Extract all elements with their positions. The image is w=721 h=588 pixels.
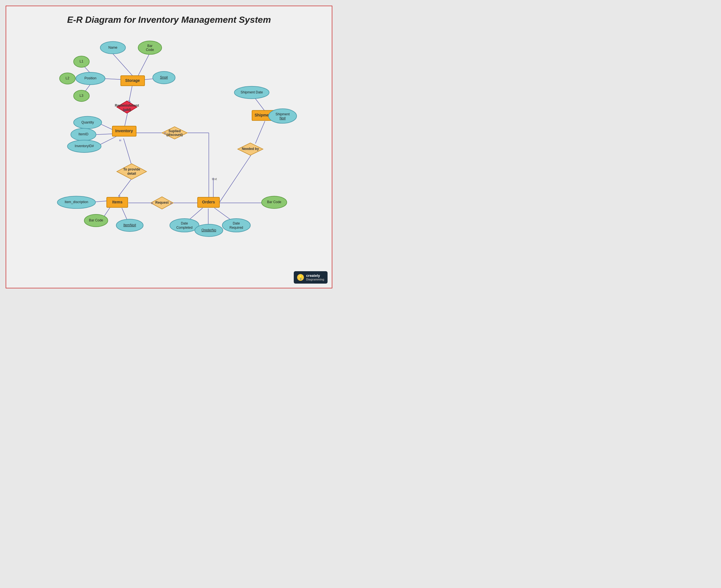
svg-text:Shipment: Shipment bbox=[276, 112, 290, 116]
svg-text:Request: Request bbox=[156, 201, 169, 205]
svg-text:Item_discription: Item_discription bbox=[65, 200, 88, 204]
svg-text:Quantity: Quantity bbox=[81, 121, 94, 124]
svg-line-1 bbox=[138, 54, 149, 76]
svg-text:Name: Name bbox=[108, 46, 117, 49]
svg-text:Needed by: Needed by bbox=[242, 147, 259, 151]
svg-text:Sno#: Sno# bbox=[160, 76, 168, 79]
creately-logo: 💡 creately Diagramming bbox=[294, 271, 327, 284]
svg-line-29 bbox=[219, 155, 251, 202]
svg-text:OrederNo: OrederNo bbox=[201, 228, 216, 232]
svg-text:L2: L2 bbox=[66, 76, 69, 80]
svg-text:Bar Code: Bar Code bbox=[89, 218, 103, 222]
svg-text:Completed: Completed bbox=[176, 226, 193, 230]
svg-line-8 bbox=[125, 113, 127, 126]
svg-text:L1: L1 bbox=[80, 59, 84, 63]
svg-text:No#: No# bbox=[279, 116, 285, 120]
svg-line-28 bbox=[256, 121, 265, 144]
svg-text:To provide: To provide bbox=[123, 167, 140, 171]
svg-text:InventoryID#: InventoryID# bbox=[75, 144, 94, 148]
svg-text:(discount): (discount) bbox=[166, 133, 183, 137]
svg-text:Suplied: Suplied bbox=[168, 129, 181, 133]
svg-text:Bar Code: Bar Code bbox=[267, 200, 281, 204]
svg-text:Orders: Orders bbox=[202, 200, 215, 204]
svg-line-7 bbox=[129, 84, 133, 101]
logo-text: creately Diagramming bbox=[306, 273, 324, 281]
svg-text:Date: Date bbox=[181, 222, 188, 225]
svg-text:ItemID: ItemID bbox=[79, 132, 89, 136]
main-container: E-R Diagram for Inventory Management Sys… bbox=[6, 6, 332, 288]
svg-text:Position: Position bbox=[84, 76, 96, 80]
svg-text:text: text bbox=[212, 177, 217, 181]
svg-text:Storage: Storage bbox=[125, 78, 140, 83]
svg-line-16 bbox=[119, 180, 131, 196]
svg-line-11 bbox=[99, 136, 116, 145]
svg-line-0 bbox=[113, 54, 133, 76]
er-diagram-svg: Storage Inventory Items Orders Shipments… bbox=[6, 6, 332, 288]
svg-text:Required: Required bbox=[229, 226, 243, 230]
svg-text:Shipment Date: Shipment Date bbox=[241, 90, 263, 94]
svg-text:Replenishment: Replenishment bbox=[115, 104, 139, 107]
svg-text:ItemNo#: ItemNo# bbox=[123, 223, 136, 227]
svg-text:Date: Date bbox=[233, 222, 240, 225]
svg-text:detail: detail bbox=[127, 172, 136, 175]
svg-text:Inventory: Inventory bbox=[115, 129, 133, 133]
svg-text:Code: Code bbox=[146, 48, 154, 52]
svg-text:L3: L3 bbox=[80, 94, 84, 98]
svg-text:Bar: Bar bbox=[147, 44, 153, 48]
logo-bulb-icon: 💡 bbox=[297, 274, 304, 281]
svg-line-15 bbox=[124, 139, 131, 164]
svg-text:Items: Items bbox=[113, 200, 123, 204]
svg-line-26 bbox=[256, 99, 264, 110]
